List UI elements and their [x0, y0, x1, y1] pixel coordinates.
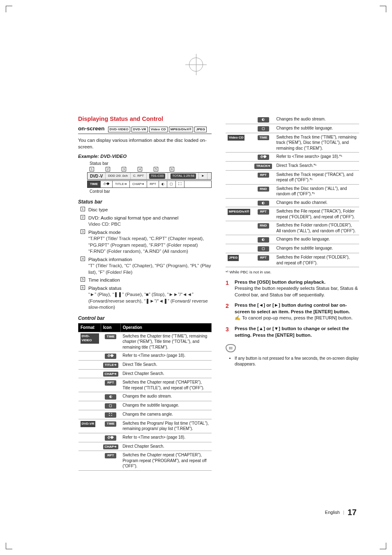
op-text: Direct Title Search. — [120, 360, 211, 369]
example-figure: Status bar 1 2 3 4 5 6 DVD -V DDD 2/0 .0… — [87, 161, 212, 194]
table-row: ⏱➔Refer to <Time search> (page 18).*¹ — [226, 153, 359, 162]
table-row: ▢Changes the subtitle language. — [226, 244, 359, 253]
onscreen-label: on-screen — [78, 125, 105, 132]
fig-control-cell: RPT — [147, 181, 159, 187]
table-row: ◐Changes the audio stream. — [226, 115, 359, 124]
fig-control-cell: TITLE➔ — [113, 181, 130, 187]
fig-mode: C. RPT — [131, 173, 147, 179]
disc-badge: DVD-VIDEO — [108, 127, 130, 133]
op-icon: ◐ — [258, 237, 269, 243]
op-text: Changes the subtitle language. — [274, 124, 359, 133]
fig-info: T01-C03 — [149, 173, 165, 179]
op-icon: RND — [258, 223, 269, 229]
disc-badge: DVD-VR — [131, 127, 148, 133]
op-icon: RND — [258, 187, 269, 192]
th-icon: Icon — [101, 324, 121, 332]
step-lead: Press the [▲] or [▼] button to change or… — [235, 326, 359, 338]
op-icon: TITLE➔ — [103, 363, 118, 368]
table-row: ◐Changes the audio channel. — [226, 198, 359, 207]
step-lead: Press the [OSD] button during playback. — [235, 279, 359, 286]
status-item-title: Time indication — [88, 277, 212, 284]
op-icon: TIME — [258, 135, 269, 141]
op-icon: ◐ — [105, 394, 116, 400]
status-item: 3Playback mode“T.RPT” (Title/ Track repe… — [81, 229, 212, 255]
page-number: 17 — [348, 507, 357, 518]
statusbar-figlabel: Status bar — [90, 161, 212, 166]
disc-badges: DVD-VIDEODVD-VRVideo CDMPEG/DivX®JPEG — [108, 127, 207, 133]
table-row: TRACK➔Direct Track Search.*¹ — [226, 161, 359, 170]
op-icon: ⏱➔ — [105, 354, 116, 359]
format-badge: DVD-VIDEO — [81, 333, 99, 344]
status-item-title: Playback mode — [88, 229, 212, 236]
disc-badge: MPEG/DivX® — [169, 127, 193, 133]
step-item: Press the [◄] or [►] button during contr… — [226, 302, 359, 321]
control-table-right: ◐Changes the audio stream.▢Changes the s… — [226, 115, 359, 267]
op-text: Switches the Folder repeat (“FOLDER”), a… — [274, 253, 359, 267]
tip-text: If any button is not pressed for a few s… — [235, 356, 359, 367]
op-icon: ▢ — [105, 403, 116, 409]
status-item-number: 6 — [81, 285, 85, 290]
table-row: CHAP➔Direct Chapter Search. — [78, 369, 212, 378]
controlbar-section-title: Control bar — [78, 315, 212, 321]
disc-badge: JPEG — [194, 127, 207, 133]
op-icon: ⏱➔ — [105, 435, 116, 441]
op-icon: ⛶ — [105, 412, 116, 418]
step-note: To cancel pop-up menu, press the [RETURN… — [235, 315, 359, 321]
status-item-number: 1 — [81, 207, 85, 211]
table-row: TITLE➔Direct Title Search. — [78, 360, 212, 369]
status-item-number: 2 — [81, 215, 85, 220]
op-text: Switches the File repeat (“TRACK”), Fold… — [274, 207, 359, 221]
op-text: Refer to <Time search> (page 18).*¹ — [274, 153, 359, 162]
marker-3: 3 — [122, 167, 126, 171]
format-badge: JPEG — [228, 255, 239, 261]
status-item-number: 3 — [81, 229, 85, 234]
footer-divider: | — [343, 509, 344, 516]
status-item: 1Disc type — [81, 207, 212, 213]
op-text: Switches the Chapter repeat (“CHAPTER”),… — [120, 378, 211, 392]
fig-audio: DDD 2/0 .0ch — [106, 173, 131, 179]
op-icon: RPT — [105, 453, 116, 458]
step-body: Pressing the button repeatedly selects S… — [235, 285, 359, 298]
status-item-title: Playback status — [88, 285, 212, 292]
intro-text: You can display various information abou… — [78, 137, 212, 150]
op-icon: RPT — [258, 209, 269, 215]
marker-4: 4 — [138, 167, 142, 171]
status-item-sub: “F.RND” (Folder random), “A.RND” (All ra… — [88, 248, 212, 255]
crop-mark — [6, 543, 12, 549]
format-badge: MPEG/DivX® — [228, 209, 250, 215]
op-text: Changes the audio stream. — [120, 392, 211, 401]
table-row: CHAP➔Direct Chapter Search. — [78, 442, 212, 451]
op-text: Changes the audio language. — [274, 235, 359, 244]
fig-control-cell: ⏱➔ — [101, 181, 113, 187]
th-op: Operation — [120, 324, 211, 332]
status-item: 5Time indication — [81, 277, 212, 284]
controlbar-figlabel: Control bar — [90, 189, 212, 194]
registration-mark — [189, 58, 203, 72]
op-icon: RPT — [258, 173, 269, 178]
statusbar-list: 1Disc type2DVD: Audio signal format type… — [78, 207, 212, 311]
op-text: Changes the subtitle language. — [120, 401, 211, 410]
step-lead: Press the [◄] or [►] button during contr… — [235, 302, 359, 315]
table-row: ⏱➔Refer to <Time search> (page 18). — [78, 433, 212, 442]
status-item: 2DVD: Audio signal format type and chann… — [81, 215, 212, 228]
footnote: *¹ While PBC is not in use. — [226, 270, 359, 275]
op-icon: RPT — [258, 255, 269, 261]
status-item-title: DVD: Audio signal format type and channe… — [88, 215, 212, 222]
table-row: ◐Changes the audio stream. — [78, 392, 212, 401]
op-text: Switches the Folder random (“FOLDER”), A… — [274, 221, 359, 235]
status-item-number: 4 — [81, 257, 85, 261]
statusbar-section-title: Status bar — [78, 199, 212, 205]
op-icon: CHAP➔ — [103, 444, 119, 450]
table-row: ⏱➔Refer to <Time search> (page 18). — [78, 352, 212, 361]
format-badge: DVD-VR — [81, 421, 96, 427]
control-table-left: Format Icon Operation DVD-VIDEOTIMESwitc… — [78, 323, 212, 471]
op-text: Switches the Disc random (“ALL”), and ra… — [274, 184, 359, 198]
op-text: Changes the audio stream. — [274, 115, 359, 124]
step-item: Press the [▲] or [▼] button to change or… — [226, 326, 359, 338]
op-icon: TIME — [105, 421, 116, 427]
status-item-title: Playback information — [88, 257, 212, 263]
fig-control-cell: ▢ — [167, 181, 176, 187]
table-row: JPEGRPTSwitches the Folder repeat (“FOLD… — [226, 253, 359, 267]
status-item: 4Playback information“T” (Title/ Track),… — [81, 257, 212, 276]
op-icon: ⏱➔ — [258, 155, 269, 160]
